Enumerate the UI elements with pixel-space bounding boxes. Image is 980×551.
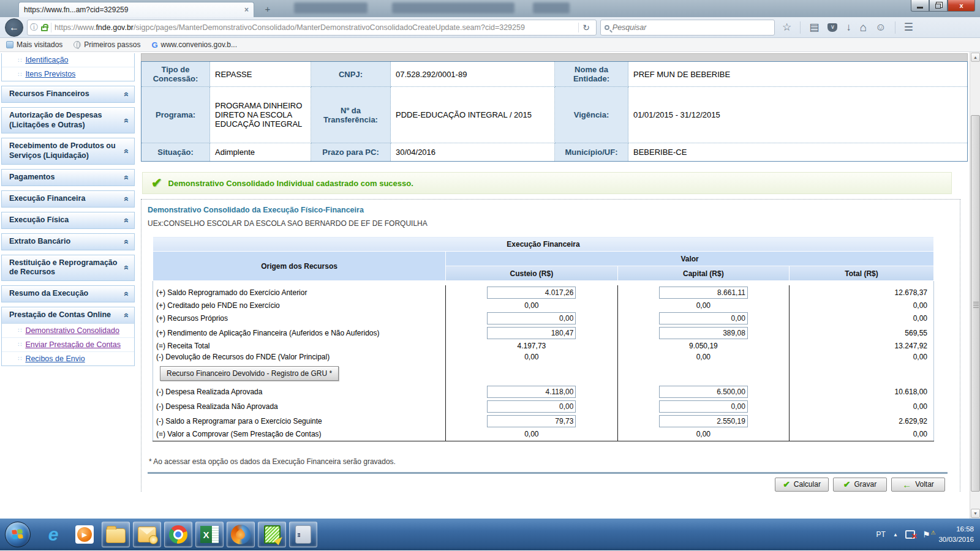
close-button[interactable]: x (948, 0, 975, 12)
chevron-up-icon: « (122, 265, 132, 270)
sidebar-group-prestacao-contas: Prestação de Contas Online « ∷ Demonstra… (1, 307, 135, 366)
total-value: 0,00 (790, 429, 934, 441)
url-bar[interactable]: ⓘ https://www.fnde.gov.br/sigpc/pages/Ma… (27, 20, 597, 36)
row-label: (+) Rendimento de Aplicação Financeira (… (153, 326, 446, 340)
success-text: Demonstrativo Consolidado Individual cad… (168, 179, 413, 188)
language-indicator[interactable]: PT (876, 530, 886, 539)
info-label: Nº da Transferência: (311, 87, 391, 143)
capital-input[interactable] (659, 400, 748, 413)
info-label: Nome da Entidade: (555, 62, 628, 87)
sidebar-section-recursos-financeiros[interactable]: Recursos Financeiros « (1, 86, 135, 103)
capital-input[interactable] (659, 415, 748, 427)
excel-icon[interactable]: X (195, 522, 224, 547)
sidebar-section-restituicao[interactable]: Restituição e Reprogramação de Recursos … (1, 255, 135, 281)
calcular-button[interactable]: ✔ Calcular (775, 478, 829, 492)
scroll-up-icon[interactable]: ▲ (971, 53, 980, 62)
sidebar-section-execucao-financeira[interactable]: Execução Financeira « (1, 190, 135, 208)
new-tab-button[interactable]: + (260, 4, 276, 15)
internet-explorer-icon[interactable]: e (39, 522, 67, 547)
table-row: (+) Creditado pelo FNDE no Exercício 0,0… (153, 300, 934, 311)
firefox-icon[interactable] (227, 522, 255, 547)
home-icon[interactable]: ⌂ (860, 21, 867, 34)
action-buttons: ✔ Calcular ✔ Gravar ← Voltar (148, 474, 951, 492)
sidebar-item-identificacao[interactable]: ∷ Identificação (2, 53, 134, 67)
total-value: 0,00 (790, 351, 934, 362)
capital-input[interactable] (659, 312, 748, 324)
url-text[interactable]: https://www.fnde.gov.br/sigpc/pages/Mant… (55, 23, 575, 32)
file-explorer-icon[interactable] (102, 522, 130, 547)
gru-button[interactable]: Recurso Financeiro Devolvido - Registro … (160, 366, 339, 381)
sidebar-section-autorizacao-despesas[interactable]: Autorização de Despesas (Licitações e Ou… (1, 107, 135, 133)
sidebar-section-prestacao-contas-online[interactable]: Prestação de Contas Online « (2, 307, 134, 324)
sidebar-item-itens-previstos[interactable]: ∷ Itens Previstos (2, 67, 134, 81)
sidebar-section-recebimento-produtos[interactable]: Recebimento de Produtos ou Serviços (Liq… (1, 138, 135, 164)
custeio-input[interactable] (487, 415, 576, 427)
total-value: 0,00 (790, 300, 934, 311)
gravar-button[interactable]: ✔ Gravar (833, 478, 887, 492)
voltar-button[interactable]: ← Voltar (891, 478, 945, 492)
device-error-icon[interactable]: ✕ (905, 530, 915, 539)
restore-button[interactable] (929, 0, 948, 12)
clock-date: 30/03/2016 (938, 534, 974, 545)
site-info-icon[interactable]: ⓘ (30, 22, 38, 33)
minimize-button[interactable] (911, 0, 929, 12)
sidebar-item-enviar-prestacao[interactable]: ∷ Enviar Prestação de Contas (2, 338, 134, 352)
padlock-icon[interactable] (41, 26, 48, 31)
bookmark-mais-visitados[interactable]: Mais visitados (6, 40, 62, 49)
custeio-input[interactable] (487, 386, 576, 398)
bookmark-convenios[interactable]: G www.convenios.gov.b... (151, 40, 237, 50)
bookmark-star-icon[interactable]: ☆ (782, 21, 791, 34)
scroll-down-icon[interactable]: ▼ (971, 509, 980, 518)
tab-title: https://www.fn...am?cid=329259 (24, 6, 239, 14)
calculator-icon[interactable]: 0 (289, 522, 317, 547)
scrollbar-thumb[interactable] (971, 115, 980, 492)
search-input[interactable] (612, 23, 771, 32)
reading-list-icon[interactable]: ▤ (809, 21, 819, 34)
back-button[interactable]: ← (5, 18, 23, 37)
media-player-icon[interactable]: ▶ (70, 522, 99, 547)
capital-input[interactable] (659, 386, 748, 398)
table-row: (-) Despesa Realizada Não Aprovada 0,00 (153, 399, 934, 414)
taskbar-icons: e ▶ X 0 (39, 522, 317, 547)
hello-smiley-icon[interactable]: ☺ (875, 21, 886, 34)
sidebar-section-resumo-execucao[interactable]: Resumo da Execução « (1, 285, 135, 302)
bookmark-primeiros-passos[interactable]: Primeiros passos (74, 40, 140, 49)
col-total-header: Total (R$) (790, 266, 934, 281)
reload-icon[interactable]: ↻ (578, 23, 594, 32)
chrome-icon[interactable] (164, 522, 192, 547)
sidebar-item-recibos-envio[interactable]: ∷ Recibos de Envio (2, 352, 134, 365)
sidebar-section-execucao-fisica[interactable]: Execução Física « (1, 212, 135, 229)
notepad-editor-icon[interactable] (258, 522, 286, 547)
capital-input[interactable] (659, 287, 748, 299)
row-label: (+) Recursos Próprios (153, 311, 446, 326)
taskbar-clock[interactable]: 16:58 30/03/2016 (938, 524, 974, 545)
row-label: (-) Saldo a Reprogramar para o Exercício… (153, 414, 446, 429)
info-value: PROGRAMA DINHEIRO DIRETO NA ESCOLA EDUCA… (210, 87, 311, 143)
outlook-icon[interactable] (133, 522, 161, 547)
start-button[interactable] (5, 522, 31, 547)
sidebar-section-extrato-bancario[interactable]: Extrato Bancário « (1, 233, 135, 250)
action-center-flag-icon[interactable]: ⚑ (922, 530, 930, 539)
sidebar-section-pagamentos[interactable]: Pagamentos « (1, 169, 135, 186)
custeio-input[interactable] (487, 400, 576, 413)
bullet-icon: ∷ (18, 71, 21, 78)
menu-hamburger-icon[interactable]: ☰ (904, 21, 913, 34)
capital-value: 0,00 (617, 351, 790, 362)
custeio-input[interactable] (487, 327, 576, 339)
sidebar-item-demonstrativo-consolidado[interactable]: ∷ Demonstrativo Consolidado (2, 324, 134, 338)
vertical-scrollbar[interactable]: ▲ ▼ (970, 52, 980, 519)
page-content: ∷ Identificação ∷ Itens Previstos Recurs… (0, 52, 980, 519)
pocket-icon[interactable]: ∨ (827, 23, 837, 32)
footnote: * Ao acessar esta opção os dados da Exec… (149, 457, 951, 466)
search-bar[interactable] (600, 20, 775, 36)
custeio-input[interactable] (487, 287, 576, 299)
capital-input[interactable] (659, 327, 748, 339)
redacted-area (533, 2, 570, 13)
execucao-financeira-table: Execução Financeira Origem dos Recursos … (153, 236, 934, 441)
show-hidden-icons[interactable]: ▲ (893, 532, 898, 538)
divider (800, 21, 801, 34)
downloads-icon[interactable]: ↓ (846, 21, 851, 34)
browser-tab[interactable]: https://www.fn...am?cid=329259 × (18, 2, 254, 17)
custeio-input[interactable] (487, 312, 576, 324)
tab-close-icon[interactable]: × (244, 6, 249, 14)
